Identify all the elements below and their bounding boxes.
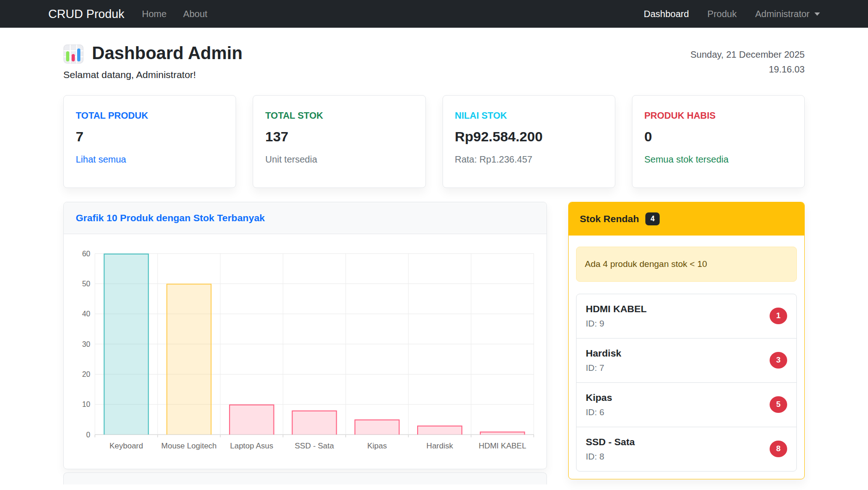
svg-text:SSD - Sata: SSD - Sata (295, 442, 334, 450)
stat-label: NILAI STOK (455, 110, 603, 121)
stats-row: TOTAL PRODUK 7 Lihat semua TOTAL STOK 13… (63, 95, 805, 188)
stat-foot: Rata: Rp1.236.457 (455, 154, 603, 165)
chart-card-body: 0102030405060KeyboardMouse LogitechLapto… (64, 234, 546, 469)
svg-text:60: 60 (82, 250, 91, 258)
nav-item-about[interactable]: About (183, 9, 207, 19)
chevron-down-icon (814, 12, 820, 16)
stat-card-nilai-stok: NILAI STOK Rp92.584.200 Rata: Rp1.236.45… (443, 95, 615, 188)
stat-foot: Semua stok tersedia (644, 154, 792, 165)
stat-card-produk-habis: PRODUK HABIS 0 Semua stok tersedia (632, 95, 805, 188)
svg-text:40: 40 (82, 310, 91, 318)
low-stock-item: KipasID: 65 (577, 383, 796, 427)
low-stock-body: Ada 4 produk dengan stok < 10 HDMI KABEL… (569, 236, 804, 479)
stat-value: 7 (76, 129, 224, 145)
chart-column: Grafik 10 Produk dengan Stok Terbanyak 0… (63, 202, 547, 484)
low-stock-count-badge: 4 (645, 212, 660, 225)
stat-label: TOTAL STOK (265, 110, 413, 121)
low-stock-item: SSD - SataID: 88 (577, 427, 796, 471)
low-stock-item-info: KipasID: 6 (586, 392, 612, 417)
navbar: CRUD Produk Home About Dashboard Produk … (0, 0, 868, 28)
stat-value: Rp92.584.200 (455, 129, 603, 145)
low-stock-item-info: SSD - SataID: 8 (586, 436, 635, 462)
stat-label: PRODUK HABIS (644, 110, 792, 121)
page-header-left: Dashboard Admin Selamat datang, Administ… (63, 43, 243, 80)
svg-text:20: 20 (82, 370, 91, 378)
low-stock-card: Stok Rendah 4 Ada 4 produk dengan stok <… (568, 202, 805, 479)
page-header: Dashboard Admin Selamat datang, Administ… (63, 43, 805, 80)
nav-item-produk[interactable]: Produk (707, 9, 736, 19)
nav-item-home[interactable]: Home (142, 9, 166, 19)
svg-text:30: 30 (82, 340, 91, 348)
stock-qty-badge: 8 (770, 441, 787, 457)
stat-foot: Unit tersedia (265, 154, 413, 165)
low-stock-header: Stok Rendah 4 (569, 202, 804, 236)
svg-text:Mouse Logitech: Mouse Logitech (161, 442, 217, 450)
admin-dropdown-label: Administrator (755, 9, 810, 19)
navbar-container: CRUD Produk Home About Dashboard Produk … (49, 7, 820, 21)
low-stock-list: HDMI KABELID: 91HardiskID: 73KipasID: 65… (576, 294, 797, 472)
svg-text:10: 10 (82, 400, 91, 408)
nav-right: Dashboard Produk Administrator (643, 9, 819, 19)
svg-text:0: 0 (86, 431, 91, 439)
product-name: SSD - Sata (586, 436, 635, 448)
svg-text:50: 50 (82, 280, 91, 288)
lihat-semua-link[interactable]: Lihat semua (76, 154, 126, 164)
svg-text:HDMI KABEL: HDMI KABEL (479, 442, 526, 450)
chart-card: Grafik 10 Produk dengan Stok Terbanyak 0… (63, 202, 547, 469)
page-title: Dashboard Admin (92, 44, 243, 63)
admin-dropdown[interactable]: Administrator (755, 9, 820, 19)
stat-card-total-produk: TOTAL PRODUK 7 Lihat semua (63, 95, 236, 188)
svg-text:Kipas: Kipas (367, 442, 387, 450)
stock-bar-chart: 0102030405060KeyboardMouse LogitechLapto… (71, 242, 539, 461)
low-stock-item: HardiskID: 73 (577, 339, 796, 383)
product-id: ID: 9 (586, 319, 647, 329)
low-stock-alert: Ada 4 produk dengan stok < 10 (576, 247, 797, 282)
chart-card-header: Grafik 10 Produk dengan Stok Terbanyak (64, 202, 546, 234)
stock-qty-badge: 5 (770, 396, 787, 413)
low-stock-item-info: HDMI KABELID: 9 (586, 303, 647, 329)
product-name: Kipas (586, 392, 612, 403)
chart-title: Grafik 10 Produk dengan Stok Terbanyak (76, 212, 265, 223)
nav-item-dashboard[interactable]: Dashboard (643, 9, 689, 19)
bar-chart-icon (63, 43, 84, 64)
stat-label: TOTAL PRODUK (76, 110, 224, 121)
datetime-block: Sunday, 21 December 2025 19.16.03 (690, 47, 805, 77)
product-id: ID: 8 (586, 452, 635, 462)
product-id: ID: 6 (586, 407, 612, 417)
low-stock-title: Stok Rendah (580, 213, 639, 224)
stat-value: 0 (644, 129, 792, 145)
current-date: Sunday, 21 December 2025 (690, 47, 805, 62)
brand-link[interactable]: CRUD Produk (49, 7, 125, 21)
product-name: HDMI KABEL (586, 303, 647, 315)
stock-qty-badge: 1 (770, 308, 787, 324)
product-id: ID: 7 (586, 363, 621, 373)
partially-visible-card-top (63, 472, 547, 484)
svg-text:Keyboard: Keyboard (109, 442, 143, 450)
product-name: Hardisk (586, 348, 621, 359)
svg-text:Hardisk: Hardisk (426, 442, 453, 450)
stat-value: 137 (265, 129, 413, 145)
welcome-text: Selamat datang, Administrator! (63, 69, 243, 80)
stock-qty-badge: 3 (770, 352, 787, 369)
low-stock-item: HDMI KABELID: 91 (577, 294, 796, 339)
current-time: 19.16.03 (690, 62, 805, 77)
low-stock-item-info: HardiskID: 7 (586, 348, 621, 373)
stat-card-total-stok: TOTAL STOK 137 Unit tersedia (253, 95, 425, 188)
svg-text:Laptop Asus: Laptop Asus (230, 442, 273, 450)
nav-left: Home About (142, 9, 207, 19)
